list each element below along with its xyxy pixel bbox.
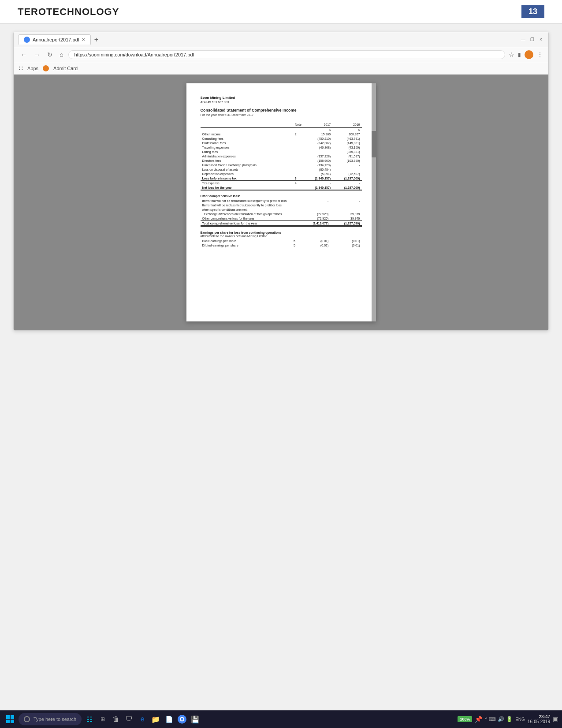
battery-icon: 🔋 bbox=[506, 716, 513, 722]
not-reclassified-label: Items that will not be reclassified subs… bbox=[201, 198, 290, 203]
back-button[interactable]: ← bbox=[19, 50, 29, 59]
row-2017: (134,729) bbox=[303, 163, 332, 167]
not-reclassified-2017: - bbox=[299, 198, 330, 203]
browser-tab-annualreport[interactable]: Annualreport2017.pdf × bbox=[18, 34, 91, 45]
row-label: Net loss for the year bbox=[201, 185, 288, 190]
close-button[interactable]: × bbox=[538, 37, 544, 43]
taskbar-app-shield[interactable]: 🛡 bbox=[123, 713, 135, 725]
row-label: Tax expense bbox=[201, 181, 288, 186]
page-title: TEROTECHNOLOGY bbox=[18, 6, 119, 18]
row-label: Administration expenses bbox=[201, 154, 288, 158]
row-note: 2 bbox=[288, 132, 303, 136]
row-2017: (1,340,157) bbox=[303, 185, 332, 190]
earnings-section: Earnings per share for loss from continu… bbox=[201, 231, 362, 247]
pdf-scrollbar[interactable] bbox=[372, 83, 376, 321]
row-2017: (5,391) bbox=[303, 172, 332, 176]
browser-addressbar: ← → ↻ ⌂ ☆ ▮ ⋮ bbox=[14, 47, 548, 62]
row-label: Professional fees bbox=[201, 141, 288, 145]
not-reclassified-note bbox=[290, 198, 299, 203]
tab-area: Annualreport2017.pdf × + bbox=[18, 34, 517, 45]
basic-eps-label: Basic earnings per share bbox=[201, 239, 290, 243]
apps-grid-icon[interactable]: ∷ bbox=[19, 65, 23, 72]
basic-eps-2016: (0.01) bbox=[330, 239, 361, 243]
row-label: Unrealised foreign exchange (loss)/gain bbox=[201, 163, 288, 167]
taskbar-app-chrome[interactable] bbox=[176, 713, 188, 725]
forward-button[interactable]: → bbox=[32, 50, 42, 59]
taskbar-app-trash[interactable]: 🗑 bbox=[110, 713, 122, 725]
browser-window-controls: — ❐ × bbox=[520, 37, 544, 43]
earnings-section-header: Earnings per share for loss from continu… bbox=[201, 231, 362, 234]
reclassified-label: Items that will be reclassified subseque… bbox=[201, 203, 290, 207]
taskbar-time: 23:47 16-05-2019 bbox=[528, 714, 550, 724]
taskbar-app-files[interactable]: 💾 bbox=[189, 713, 201, 725]
svg-rect-3 bbox=[11, 720, 14, 723]
apps-label[interactable]: Apps bbox=[27, 66, 38, 71]
taskbar-pin-icon: 📌 bbox=[475, 716, 482, 723]
row-2016: - bbox=[332, 181, 361, 186]
income-statement-table: Note 2017 2016 $ $ Other income 2 15,960… bbox=[201, 123, 362, 191]
reclassified-sub-row: when specific conditions are met: bbox=[201, 207, 362, 212]
home-button[interactable]: ⌂ bbox=[58, 50, 65, 59]
row-note bbox=[288, 154, 303, 158]
row-2016: (835,831) bbox=[332, 149, 361, 154]
row-note bbox=[288, 163, 303, 167]
speaker-icon[interactable]: 🔊 bbox=[498, 716, 504, 722]
reload-button[interactable]: ↻ bbox=[45, 50, 54, 59]
taskbar-app-edge[interactable]: e bbox=[136, 713, 149, 725]
bookmark-admit-card[interactable]: Admit Card bbox=[53, 66, 78, 71]
row-2017: - bbox=[303, 181, 332, 186]
language-indicator: ENG bbox=[515, 717, 525, 722]
taskbar-app-filemanager[interactable]: 📄 bbox=[163, 713, 175, 725]
minimize-button[interactable]: — bbox=[520, 37, 526, 43]
browser-window: Annualreport2017.pdf × + — ❐ × ← → ↻ ⌂ ☆… bbox=[13, 32, 549, 331]
row-note: 3 bbox=[288, 176, 303, 181]
bookmark-favicon bbox=[43, 65, 49, 71]
taskbar-system-icons: 100% 📌 ^ ⌨ 🔊 🔋 ENG 23:47 16-05-2019 ▣ bbox=[458, 714, 558, 724]
start-button[interactable] bbox=[4, 713, 17, 726]
menu-icon[interactable]: ⋮ bbox=[537, 51, 543, 58]
total-comp-label: Total comprehensive loss for the year bbox=[201, 221, 290, 226]
svg-rect-2 bbox=[6, 720, 10, 723]
row-2017: (46,868) bbox=[303, 145, 332, 149]
other-comprehensive-section: Other comprehensive loss: Items that wil… bbox=[201, 194, 362, 247]
zoom-level-badge: 100% bbox=[458, 716, 472, 722]
taskbar-app-grid[interactable]: ⊞ bbox=[97, 713, 109, 725]
row-label: Travelling expenses bbox=[201, 145, 288, 149]
bookmark-star-icon[interactable]: ☆ bbox=[509, 51, 514, 58]
company-name: Soon Mining Limited bbox=[201, 96, 362, 100]
col-sub-2016: $ bbox=[332, 128, 361, 132]
taskbar-sys-icons: ^ ⌨ 🔊 🔋 bbox=[485, 716, 513, 722]
svg-point-6 bbox=[181, 718, 183, 721]
notification-icon[interactable]: ▣ bbox=[553, 716, 558, 723]
pdf-scrollbar-thumb[interactable] bbox=[372, 131, 376, 157]
col-sub-note bbox=[288, 128, 303, 132]
taskbar-search-bar[interactable]: Type here to search bbox=[19, 713, 82, 725]
row-2016: (145,801) bbox=[332, 141, 361, 145]
tab-close-button[interactable]: × bbox=[82, 37, 85, 43]
row-2016: - bbox=[332, 163, 361, 167]
diluted-eps-label: Diluted earnings per share bbox=[201, 243, 290, 247]
row-2017: (450,210) bbox=[303, 136, 332, 141]
clock-time: 23:47 bbox=[528, 714, 550, 719]
col-header-2017: 2017 bbox=[303, 123, 332, 128]
new-tab-button[interactable]: + bbox=[91, 36, 102, 44]
row-note bbox=[288, 158, 303, 163]
restore-button[interactable]: ❐ bbox=[529, 37, 535, 43]
row-2016: (1,297,069) bbox=[332, 185, 361, 190]
row-2016: 208,957 bbox=[332, 132, 361, 136]
address-bar[interactable] bbox=[68, 50, 505, 59]
caret-icon[interactable]: ^ bbox=[485, 717, 487, 722]
taskbar-app-folder[interactable]: 📁 bbox=[149, 713, 162, 725]
exchange-2017: (72,920) bbox=[299, 212, 330, 216]
table-row: Net loss for the year (1,340,157) (1,297… bbox=[201, 185, 362, 190]
table-row: Directors fees (158,600) (103,550) bbox=[201, 158, 362, 163]
other-comp-header: Other comprehensive loss: bbox=[201, 194, 362, 198]
table-dollar-row: $ $ bbox=[201, 128, 362, 132]
row-label: Directors fees bbox=[201, 158, 288, 163]
taskbar-app-store[interactable]: ☷ bbox=[83, 713, 96, 725]
table-row: Administration expenses (137,328) (81,58… bbox=[201, 154, 362, 158]
table-row: Travelling expenses (46,868) (43,159) bbox=[201, 145, 362, 149]
eps-table: Basic earnings per share 5 (0.01) (0.01)… bbox=[201, 239, 362, 247]
page-number-badge: 13 bbox=[521, 5, 544, 18]
browser-toolbar-icons: ☆ ▮ ⋮ bbox=[509, 50, 543, 59]
